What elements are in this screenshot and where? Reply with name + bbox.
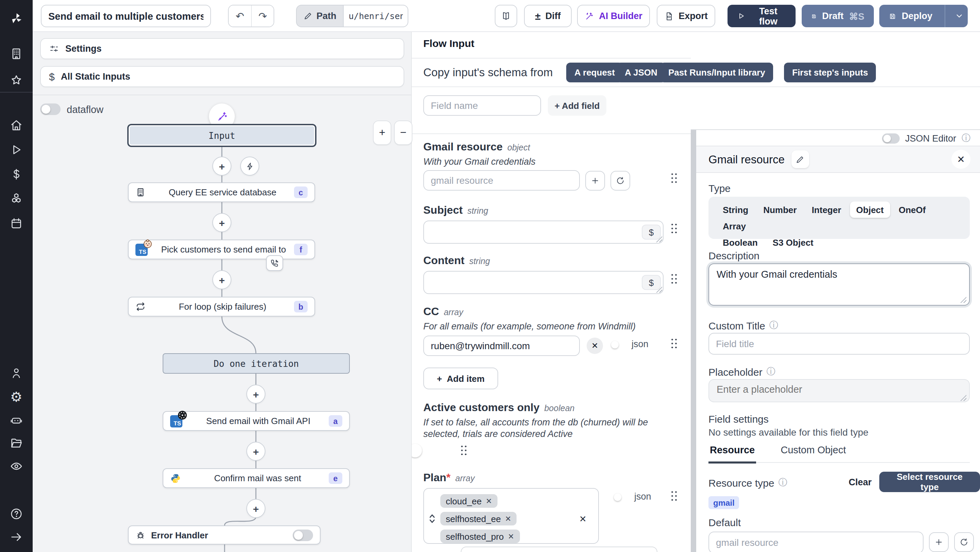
field-name-input[interactable] [423,95,541,116]
type-option-integer[interactable]: Integer [805,202,847,218]
draft-button[interactable]: Draft ⌘S [802,5,874,27]
plan-tags-box[interactable]: cloud_ee✕ selfhosted_ee✕ selfhosted_pro✕… [423,488,599,544]
path-chip[interactable]: Path [296,5,343,27]
tag-remove-icon[interactable]: ✕ [508,532,514,541]
subject-input[interactable] [423,221,663,244]
type-option-array[interactable]: Array [717,218,752,234]
collapse-sidebar-icon[interactable] [0,525,33,549]
subject-expr-toggle[interactable]: $ [642,224,661,240]
error-handler-toggle[interactable] [293,529,313,541]
deploy-dropdown[interactable] [951,11,968,21]
sidebar-item-home[interactable] [0,114,33,137]
custom-title-input[interactable] [708,333,970,355]
export-button[interactable]: Export [657,5,715,27]
drag-handle[interactable] [670,490,677,502]
static-inputs-card[interactable]: $ All Static Inputs [40,66,404,87]
gmail-resource-input[interactable] [423,170,580,191]
add-resource-button[interactable] [585,171,605,191]
add-step-button[interactable]: + [212,270,231,289]
sort-handle-icon[interactable] [429,514,436,523]
sidebar-item-settings[interactable]: ⚙ [0,385,33,408]
sidebar-item-audit[interactable] [0,455,33,478]
test-flow-button[interactable]: Test flow [727,5,795,27]
clear-resource-button[interactable]: Clear [845,476,876,488]
remove-cc-item-button[interactable]: ✕ [587,337,603,354]
json-editor-toggle[interactable] [882,133,900,143]
add-step-button[interactable]: + [212,213,231,232]
drag-handle[interactable] [670,273,677,285]
node-send-email[interactable]: TS Send email with Gmail API a [163,411,350,431]
content-expr-toggle[interactable]: $ [642,275,661,290]
drag-handle[interactable] [460,444,467,456]
type-option-string[interactable]: String [717,202,754,218]
type-option-number[interactable]: Number [757,202,803,218]
help-icon[interactable] [0,502,33,525]
placeholder-input[interactable] [708,379,970,402]
copy-from-request-button[interactable]: A request [566,63,623,82]
refresh-default-button[interactable] [954,532,974,552]
default-value-input[interactable] [708,531,924,552]
sidebar-item-runs[interactable] [0,138,33,161]
tag-remove-icon[interactable]: ✕ [505,514,511,523]
flow-settings-card[interactable]: Settings [40,38,404,59]
drag-handle[interactable] [670,337,677,349]
type-option-object[interactable]: Object [850,202,890,218]
redo-button[interactable]: ↷ [251,5,274,27]
add-default-button[interactable] [929,532,949,552]
node-query-db[interactable]: Query EE service database c [128,182,315,202]
sidebar-item-account[interactable] [0,361,33,385]
windmill-logo[interactable] [0,7,33,30]
flow-title-input[interactable] [41,5,211,27]
diff-button[interactable]: ± Diff [524,5,572,27]
zoom-in-button[interactable]: + [373,121,391,145]
favorites-icon[interactable] [0,69,33,92]
node-pick-customers[interactable]: TS Pick customers to send email to f [128,240,315,259]
docs-button[interactable] [495,5,517,27]
add-item-button[interactable]: + Add item [423,367,498,389]
content-input[interactable] [423,271,663,294]
sidebar-item-resources[interactable] [0,187,33,210]
drawer-resize-handle[interactable] [691,130,696,552]
drag-handle[interactable] [670,172,677,184]
path-input[interactable] [343,5,409,27]
tag-input[interactable] [533,527,591,543]
edit-title-button[interactable] [791,150,809,168]
sidebar-item-folders[interactable] [0,431,33,455]
type-option-boolean[interactable]: Boolean [717,234,764,250]
suspend-step-indicator[interactable] [266,255,283,271]
add-step-button[interactable]: + [247,442,266,461]
tab-custom-object[interactable]: Custom Object [779,444,847,462]
add-field-button[interactable]: + Add field [548,95,606,116]
cc-item-input[interactable] [423,336,580,356]
node-input[interactable]: Input [127,124,317,147]
node-forloop[interactable]: For loop (skip failures) b [128,297,315,317]
sidebar-item-variables[interactable] [0,163,33,186]
clear-tags-icon[interactable]: ✕ [579,514,587,524]
type-option-s3[interactable]: S3 Object [767,234,820,250]
copy-from-past-runs-button[interactable]: Past Runs/Input library [660,63,773,82]
workspace-icon[interactable] [0,42,33,65]
sidebar-item-ai[interactable] [0,408,33,431]
node-error-handler[interactable]: Error Handler [128,525,321,544]
description-input[interactable]: With your Gmail credentials [708,263,970,305]
refresh-resource-button[interactable] [611,171,630,191]
deploy-button[interactable]: Deploy [879,5,968,27]
node-confirm-mail[interactable]: Confirm mail was sent e [163,468,350,488]
add-step-button[interactable]: + [247,499,266,518]
node-do-one-iteration[interactable]: Do one iteration [163,353,350,374]
copy-from-first-step-button[interactable]: First step's inputs [784,63,876,82]
dataflow-toggle[interactable] [40,103,60,115]
close-drawer-button[interactable]: ✕ [951,150,970,169]
select-resource-type-button[interactable]: Select resource type [879,472,980,492]
ai-builder-button[interactable]: AI Builder [577,5,650,27]
trigger-button[interactable] [240,157,259,176]
copy-from-json-button[interactable]: A JSON [617,63,666,82]
drag-handle[interactable] [670,223,677,234]
sidebar-item-schedules[interactable] [0,212,33,235]
tab-resource[interactable]: Resource [708,444,756,463]
add-step-button[interactable]: + [212,157,231,176]
undo-button[interactable]: ↶ [229,5,251,27]
zoom-out-button[interactable]: − [394,121,412,145]
add-step-button[interactable]: + [247,385,266,404]
type-option-oneof[interactable]: OneOf [892,202,932,218]
